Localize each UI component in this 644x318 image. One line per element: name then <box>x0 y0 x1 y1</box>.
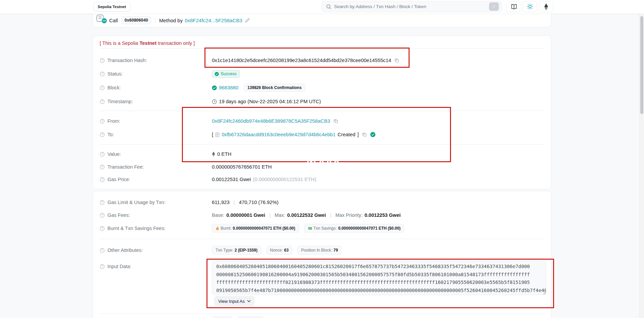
theme-toggle-button[interactable] <box>523 1 537 12</box>
to-label: To: <box>107 132 114 137</box>
burnt-label: Burnt: <box>221 226 231 231</box>
help-icon: ? <box>100 200 105 205</box>
svg-text:?: ? <box>101 152 103 156</box>
help-icon: ? <box>100 132 105 137</box>
txn-type-label: Txn Type: <box>216 248 233 253</box>
copy-icon[interactable] <box>362 132 367 137</box>
transaction-hash-row: ?Transaction Hash: 0x1c1e14180c2e5dceefc… <box>100 54 544 67</box>
divider <box>100 144 544 145</box>
gas-fees-row: ?Gas Fees: Base: 0.00000001 Gwei | Max: … <box>100 208 544 222</box>
to-address-link[interactable]: 0xfb67326daacdd9163c0eeeb9e429d7d4b6c4eb… <box>222 132 335 137</box>
search-icon <box>326 4 331 9</box>
vertical-scrollbar[interactable] <box>639 13 644 318</box>
txn-type-badge: Txn Type: 2 (EIP-1559) <box>212 246 261 255</box>
to-row: ?To: [ 0xfb67326daacdd9163c0eeeb9e429d7d… <box>100 128 544 141</box>
burnt-fee-badge: Burnt: 0.0000000000047071 ETH ($0.00) <box>212 224 299 233</box>
help-icon: ? <box>100 226 105 231</box>
transaction-hash-label: Transaction Hash: <box>107 58 147 63</box>
position-in-block-badge: Position In Block: 79 <box>297 246 342 255</box>
transaction-details-card: ?Gas Limit & Usage by Txn: 611,923|470,7… <box>93 191 551 318</box>
txn-type-label: Call <box>109 18 118 23</box>
other-attributes-row: ?Other Attributes: Txn Type: 2 (EIP-1559… <box>100 243 544 257</box>
nonce-badge: Nonce: 63 <box>266 246 292 255</box>
testnet-notice: [ This is a Sepolia Testnet transaction … <box>100 40 195 46</box>
help-icon: ? <box>100 152 105 157</box>
svg-text:?: ? <box>101 119 103 123</box>
status-badge: Success <box>212 70 240 78</box>
help-icon: ? <box>100 71 105 77</box>
svg-text:?: ? <box>101 227 103 230</box>
block-label: Block: <box>107 85 121 90</box>
method-id-badge[interactable]: 0x60806040 <box>121 16 152 24</box>
input-data-textarea[interactable]: 0x60806040526040518060400160405280601c81… <box>212 261 546 295</box>
clock-icon <box>212 99 217 104</box>
svg-text:?: ? <box>101 165 103 169</box>
network-selector-label: Sepolia Testnet <box>98 5 126 9</box>
verified-check-icon <box>370 132 376 137</box>
value-amount: 0 ETH <box>217 151 231 157</box>
from-label: From: <box>107 118 120 124</box>
edit-pencil-icon[interactable] <box>245 18 250 23</box>
other-attributes-label: Other Attributes: <box>107 248 143 253</box>
block-confirmations-badge: 139826 Block Confirmations <box>244 84 305 92</box>
txn-type-value: 2 (EIP-1559) <box>234 248 257 253</box>
method-by-address-link[interactable]: 0x8F24fc24...5F258aCB3 <box>185 18 242 23</box>
gas-limit-value: 611,923 <box>212 200 229 205</box>
burnt-savings-row: ?Burnt & Txn Savings Fees: Burnt: 0.0000… <box>100 222 544 235</box>
money-savings-icon: $ <box>308 226 312 230</box>
gas-price-row: ?Gas Price: 0.00122531 Gwei (0.000000000… <box>100 173 544 186</box>
base-fee-label: Base: <box>212 212 224 218</box>
status-label: Status: <box>107 71 123 77</box>
divider <box>155 17 155 23</box>
svg-text:$: $ <box>310 228 310 229</box>
to-bracket-close: ] <box>357 132 359 137</box>
gas-limit-usage-label: Gas Limit & Usage by Txn: <box>107 200 165 205</box>
sun-icon <box>527 3 533 10</box>
divider <box>100 48 544 49</box>
gas-price-eth-equivalent: (0.0000000000122531 ETH) <box>253 177 316 182</box>
help-icon: ? <box>100 58 105 63</box>
max-priority-fee-label: Max Priority: <box>335 212 363 218</box>
txn-savings-label: Txn Savings: <box>314 226 337 231</box>
max-fee-value: 0.00122532 Gwei <box>287 212 326 218</box>
svg-text:?: ? <box>101 178 103 181</box>
code-method-icon: </> <box>101 18 107 24</box>
search-input[interactable] <box>334 4 486 9</box>
help-icon: ? <box>100 119 105 124</box>
network-menu-button[interactable] <box>539 1 553 12</box>
help-icon: ? <box>100 264 105 269</box>
divider <box>100 111 544 111</box>
transaction-hash-value: 0x1c1e14180c2e5dceefc260208199e23a8c6152… <box>212 58 391 63</box>
book-icon <box>511 4 517 10</box>
gas-price-label: Gas Price: <box>107 177 130 182</box>
divider <box>100 313 544 314</box>
copy-icon[interactable] <box>333 119 338 123</box>
position-in-block-label: Position In Block: <box>301 248 332 253</box>
svg-text:?: ? <box>101 201 103 204</box>
value-row: ?Value: 0 ETH <box>100 147 544 161</box>
burnt-value: 0.0000000000047071 ETH ($0.00) <box>233 226 295 231</box>
view-input-as-button[interactable]: View Input As <box>214 296 255 306</box>
nonce-value: 63 <box>284 248 289 253</box>
clipped-next-row-stub <box>237 316 263 318</box>
from-address-link[interactable]: 0x8F24fc2460db974e48b6E389878C5A35F258aC… <box>212 118 330 124</box>
svg-text:?: ? <box>101 59 103 62</box>
copy-icon[interactable] <box>394 58 399 63</box>
position-in-block-value: 79 <box>333 248 338 253</box>
status-value: Success <box>221 71 236 76</box>
docs-button[interactable] <box>506 1 521 12</box>
gas-usage-value: 470,710 (76.92%) <box>239 200 279 205</box>
scrollbar-thumb[interactable] <box>640 16 643 114</box>
txn-savings-value: 0.0000000000047071 ETH ($0.00) <box>338 226 400 231</box>
base-fee-value: 0.00000001 Gwei <box>226 212 265 218</box>
txn-receipt-icon: </> <box>96 15 107 25</box>
search-bar[interactable]: / <box>322 1 502 12</box>
ethereum-icon <box>544 3 548 10</box>
gas-fees-label: Gas Fees: <box>107 212 130 218</box>
svg-text:?: ? <box>101 100 103 103</box>
search-shortcut-key: / <box>489 2 499 11</box>
chevron-down-icon <box>247 300 251 302</box>
block-number-link[interactable]: 9683880 <box>219 85 238 90</box>
network-selector-badge[interactable]: Sepolia Testnet <box>93 2 130 11</box>
help-icon: ? <box>100 248 105 253</box>
